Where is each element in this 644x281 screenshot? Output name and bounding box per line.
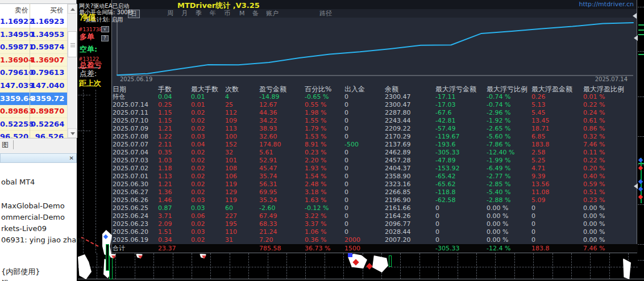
quote-row[interactable]: 1.169221.16923 xyxy=(0,15,67,28)
table-row[interactable]: 2025.07.111.150.0211244.361.98 %02287.80… xyxy=(112,109,638,117)
tab-chart[interactable]: 图 xyxy=(2,140,14,150)
sell-price-cell[interactable]: 0.59871 xyxy=(0,43,28,51)
column-header[interactable]: 最大浮盈比例 xyxy=(583,85,624,93)
table-row[interactable]: 2025.06.201.510.0311021.241.06 %02028.44… xyxy=(112,228,638,236)
buy-price-cell[interactable]: 0.52264 xyxy=(31,120,64,128)
table-row[interactable]: 2025.06.301.210.0211956.312.48 %02323.16… xyxy=(112,181,638,188)
column-header[interactable]: 余额 xyxy=(385,85,398,93)
sell-price-cell[interactable]: 147.039 xyxy=(0,81,28,90)
column-header[interactable]: 手数 xyxy=(158,85,172,93)
table-row[interactable]: 2025.07.021.180.0210845.471.93 %02404.37… xyxy=(112,165,638,173)
sell-price-cell[interactable]: 0.52258 xyxy=(0,120,28,128)
table-row[interactable]: 持仓0.040.014-14.89-0.65 %02300.47-17.11-0… xyxy=(112,93,638,101)
account-tree-item[interactable]: {内部使用} xyxy=(1,267,40,276)
table-row[interactable]: 2025.06.261.460.0311935.241.63 %02196.90… xyxy=(112,196,638,204)
column-header[interactable]: 最大手数 xyxy=(191,85,218,93)
account-tree-item[interactable]: obal MT4 xyxy=(1,178,35,186)
buy-price-cell[interactable]: 0.59874 xyxy=(31,43,64,51)
mtdriver-url-link[interactable]: http://mtdriver.cn xyxy=(579,1,634,8)
table-cell: 0.26 xyxy=(531,93,546,101)
table-cell: 1.46 xyxy=(158,196,172,204)
column-header[interactable]: 最大浮盈金额 xyxy=(531,85,572,93)
quote-row[interactable]: 147.039147.040 xyxy=(0,79,67,93)
scrollbar-thumb[interactable] xyxy=(68,31,77,57)
table-row[interactable]: 2025.07.040.350.02325.610.23 %02462.89-3… xyxy=(112,149,638,157)
account-tree-item[interactable]: 钮 xyxy=(1,279,9,281)
buy-price-cell[interactable]: 0.79613 xyxy=(31,68,64,77)
column-header[interactable]: 次数 xyxy=(225,85,239,93)
table-cell: 129 xyxy=(225,188,237,196)
table-cell: 2025.07.08 xyxy=(113,133,148,141)
table-cell: 0 xyxy=(344,93,348,101)
sell-price-cell[interactable]: 1.36904 xyxy=(0,56,28,64)
total-cell: 23.37 xyxy=(158,244,176,253)
menu-item-2[interactable]: 周 xyxy=(167,10,173,17)
quote-row[interactable]: 3359.643359.72 xyxy=(0,93,67,106)
table-row[interactable]: 2025.07.072.110.04152174.808.91 %-500213… xyxy=(112,141,638,149)
table-row[interactable]: 2025.07.091.210.0211338.931.79 %02209.22… xyxy=(112,125,638,133)
buy-price-cell[interactable]: 1.36907 xyxy=(31,56,64,64)
table-cell: 21.24 xyxy=(259,228,277,236)
table-cell: 108 xyxy=(225,165,237,173)
account-tree-item[interactable]: MaxGlobal-Demo xyxy=(1,202,65,210)
sell-price-cell[interactable]: 0.79610 xyxy=(0,68,28,77)
help-button[interactable]: ? xyxy=(101,35,109,41)
table-row[interactable]: 2025.07.081.220.0310032.601.53 %02170.29… xyxy=(112,133,638,141)
menu-item-6[interactable]: 币 xyxy=(224,10,230,17)
column-header[interactable]: 最大浮亏比例 xyxy=(487,85,527,93)
scroll-up-button[interactable] xyxy=(68,4,77,14)
table-row[interactable]: 2025.06.190.340.02317.200.36 %20002007.2… xyxy=(112,236,638,244)
menu-item-8[interactable]: 备 xyxy=(252,10,259,17)
account-tree-item[interactable]: 06931: ying jiao zhang xyxy=(1,236,86,244)
column-header[interactable]: 盈亏金额 xyxy=(259,85,286,93)
table-row[interactable]: 2025.07.031.030.0210152.912.20 %02457.28… xyxy=(112,157,638,165)
menu-item-10[interactable]: 路径 xyxy=(319,10,332,17)
table-cell: 0 xyxy=(344,125,348,133)
sell-price-cell[interactable]: 1.16922 xyxy=(0,17,28,26)
sell-price-cell[interactable]: 3359.64 xyxy=(0,94,28,103)
table-row[interactable]: 2025.07.101.150.0210934.221.55 %02243.44… xyxy=(112,117,638,125)
buy-price-header[interactable]: 买价 xyxy=(31,6,64,15)
close-icon[interactable]: ✕ xyxy=(69,155,74,161)
menu-item-3[interactable]: 月 xyxy=(181,10,188,17)
buy-price-cell[interactable]: 3359.72 xyxy=(31,94,64,103)
quote-row[interactable]: 1.349501.34953 xyxy=(0,28,67,41)
total-cell: 785.58 xyxy=(259,244,281,253)
menu-item-5[interactable]: 年 xyxy=(210,10,216,17)
quote-row[interactable]: 0.522580.52264 xyxy=(0,118,67,131)
column-header[interactable]: 最大浮亏金额 xyxy=(435,85,476,93)
table-row[interactable]: 2025.07.140.250.012512.670.55 %02300.47-… xyxy=(112,101,638,109)
table-cell: 0 xyxy=(344,188,348,196)
table-cell: 174.80 xyxy=(259,141,281,149)
table-row[interactable]: 2025.06.250.870.0360-2.60-0.12 %02161.66… xyxy=(112,204,638,212)
buy-price-cell[interactable]: 1.16923 xyxy=(31,17,64,26)
table-row[interactable]: 2025.06.271.360.0212969.953.18 %02266.85… xyxy=(112,188,638,196)
menu-item-9[interactable]: 账户 xyxy=(266,10,279,17)
sell-price-cell[interactable]: 1.34950 xyxy=(0,30,28,39)
table-row[interactable]: 2025.07.011.130.0210635.741.54 %02358.90… xyxy=(112,173,638,181)
scroll-down-button[interactable] xyxy=(68,128,77,138)
menu-item-7[interactable]: M xyxy=(239,10,245,17)
quote-row[interactable]: 1.369041.36907 xyxy=(0,54,67,67)
quote-row[interactable]: 0.898630.89870 xyxy=(0,105,67,118)
column-header[interactable]: 出入金 xyxy=(344,85,365,93)
menu-item-4[interactable]: 季 xyxy=(196,10,202,17)
since-last-label: 距上次 xyxy=(79,79,101,87)
sell-price-cell[interactable]: 0.89863 xyxy=(0,107,28,115)
buy-price-cell[interactable]: 0.89870 xyxy=(31,107,64,115)
account-tree-item[interactable]: ommercial-Demo xyxy=(1,213,65,221)
column-header[interactable]: 日期 xyxy=(113,85,126,93)
sell-price-header[interactable]: 卖价 xyxy=(0,6,28,15)
buy-price-cell[interactable]: 147.040 xyxy=(31,81,64,90)
table-row[interactable]: 2025.06.232.090.0219568.333.37 %02096.77… xyxy=(112,220,638,228)
quote-row[interactable]: 0.796100.79613 xyxy=(0,66,67,79)
column-header[interactable]: 百分比% xyxy=(305,85,331,93)
buy-price-cell[interactable]: 1.34953 xyxy=(31,30,64,39)
table-row[interactable]: 2025.06.243.710.0622767.493.22 %02164.26… xyxy=(112,212,638,220)
table-cell: 2025.06.23 xyxy=(113,220,148,228)
quote-scrollbar[interactable] xyxy=(67,4,77,138)
check-button[interactable]: √ xyxy=(101,26,109,32)
account-tree-item[interactable]: rkets-Live09 xyxy=(1,224,47,233)
quote-row[interactable]: 0.598710.59874 xyxy=(0,41,67,54)
table-cell: 8.91 % xyxy=(305,141,326,149)
